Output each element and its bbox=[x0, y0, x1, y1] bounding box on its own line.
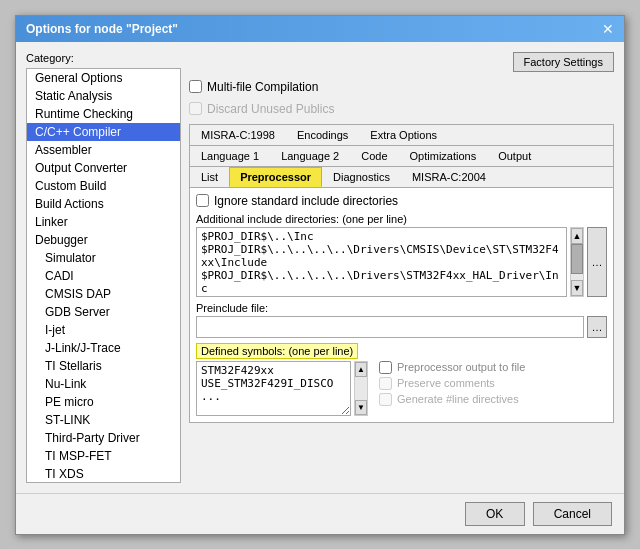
category-item-runtime-checking[interactable]: Runtime Checking bbox=[27, 105, 180, 123]
def-scroll-down-icon[interactable]: ▼ bbox=[355, 400, 367, 415]
ignore-row: Ignore standard include directories bbox=[196, 194, 607, 208]
defined-symbols-label: Defined symbols: (one per line) bbox=[196, 343, 358, 359]
tab-extra-options[interactable]: Extra Options bbox=[359, 125, 448, 145]
tab-list[interactable]: List bbox=[190, 167, 229, 187]
close-button[interactable]: ✕ bbox=[602, 22, 614, 36]
dialog-body: Category: General OptionsStatic Analysis… bbox=[16, 42, 624, 493]
tab-row-1: MISRA-C:1998EncodingsExtra Options bbox=[190, 125, 613, 146]
discard-unused-checkbox[interactable] bbox=[189, 102, 202, 115]
ok-button[interactable]: OK bbox=[465, 502, 525, 526]
tab-encodings[interactable]: Encodings bbox=[286, 125, 359, 145]
left-panel: Category: General OptionsStatic Analysis… bbox=[26, 52, 181, 483]
generate-directives-checkbox[interactable] bbox=[379, 393, 392, 406]
category-item-cadi[interactable]: CADI bbox=[27, 267, 180, 285]
cancel-button[interactable]: Cancel bbox=[533, 502, 612, 526]
category-item-j-link/j-trace[interactable]: J-Link/J-Trace bbox=[27, 339, 180, 357]
defined-symbols-section: Defined symbols: (one per line) ▲ ▼ bbox=[196, 343, 607, 416]
category-list[interactable]: General OptionsStatic AnalysisRuntime Ch… bbox=[26, 68, 181, 483]
def-scroll-track bbox=[355, 377, 367, 400]
category-item-pe-micro[interactable]: PE micro bbox=[27, 393, 180, 411]
include-dirs-section: Additional include directories: (one per… bbox=[196, 213, 607, 297]
category-item-third-party-driver[interactable]: Third-Party Driver bbox=[27, 429, 180, 447]
category-item-nu-link[interactable]: Nu-Link bbox=[27, 375, 180, 393]
category-item-cmsis-dap[interactable]: CMSIS DAP bbox=[27, 285, 180, 303]
tab-section: MISRA-C:1998EncodingsExtra Options Langu… bbox=[189, 124, 614, 423]
tab-row-2: Language 1Language 2CodeOptimizationsOut… bbox=[190, 146, 613, 167]
preinclude-section: Preinclude file: … bbox=[196, 302, 607, 338]
preproc-options: Preprocessor output to file Preserve com… bbox=[379, 361, 607, 416]
category-item-debugger[interactable]: Debugger bbox=[27, 231, 180, 249]
preinclude-label: Preinclude file: bbox=[196, 302, 607, 314]
tab-misra-c-2004[interactable]: MISRA-C:2004 bbox=[401, 167, 497, 187]
generate-directives-label: Generate #line directives bbox=[397, 393, 519, 405]
tab-row-3: ListPreprocessorDiagnosticsMISRA-C:2004 bbox=[190, 167, 613, 188]
scroll-thumb[interactable] bbox=[571, 244, 583, 274]
factory-settings-button[interactable]: Factory Settings bbox=[513, 52, 614, 72]
dialog-title: Options for node "Project" bbox=[26, 22, 178, 36]
ignore-std-dirs-label: Ignore standard include directories bbox=[214, 194, 398, 208]
tab-code[interactable]: Code bbox=[350, 146, 398, 166]
category-item-custom-build[interactable]: Custom Build bbox=[27, 177, 180, 195]
category-item-ti-stellaris[interactable]: TI Stellaris bbox=[27, 357, 180, 375]
category-item-st-link[interactable]: ST-LINK bbox=[27, 411, 180, 429]
preproc-output-row: Preprocessor output to file bbox=[379, 361, 607, 374]
category-item-build-actions[interactable]: Build Actions bbox=[27, 195, 180, 213]
dialog-footer: OK Cancel bbox=[16, 493, 624, 534]
preproc-output-label: Preprocessor output to file bbox=[397, 361, 525, 373]
preinclude-row: … bbox=[196, 316, 607, 338]
preserve-comments-row: Preserve comments bbox=[379, 377, 607, 390]
title-bar: Options for node "Project" ✕ bbox=[16, 16, 624, 42]
tab-diagnostics[interactable]: Diagnostics bbox=[322, 167, 401, 187]
tab-language-2[interactable]: Language 2 bbox=[270, 146, 350, 166]
multi-file-checkbox[interactable] bbox=[189, 80, 202, 93]
tab-language-1[interactable]: Language 1 bbox=[190, 146, 270, 166]
category-item-ti-xds[interactable]: TI XDS bbox=[27, 465, 180, 483]
preproc-output-checkbox[interactable] bbox=[379, 361, 392, 374]
preinclude-browse-button[interactable]: … bbox=[587, 316, 607, 338]
category-item-simulator[interactable]: Simulator bbox=[27, 249, 180, 267]
category-item-assembler[interactable]: Assembler bbox=[27, 141, 180, 159]
discard-unused-row: Discard Unused Publics bbox=[189, 102, 614, 116]
category-item-c/c++-compiler[interactable]: C/C++ Compiler bbox=[27, 123, 180, 141]
scroll-down-icon[interactable]: ▼ bbox=[571, 280, 583, 296]
include-dirs-row: ▲ ▼ … bbox=[196, 227, 607, 297]
right-panel: Factory Settings Multi-file Compilation … bbox=[189, 52, 614, 483]
category-item-general-options[interactable]: General Options bbox=[27, 69, 180, 87]
category-item-gdb-server[interactable]: GDB Server bbox=[27, 303, 180, 321]
include-dirs-label: Additional include directories: (one per… bbox=[196, 213, 607, 225]
defined-symbols-textarea[interactable] bbox=[196, 361, 351, 416]
multi-file-label: Multi-file Compilation bbox=[207, 80, 318, 94]
def-scroll-up-icon[interactable]: ▲ bbox=[355, 362, 367, 377]
multi-file-row: Multi-file Compilation bbox=[189, 80, 614, 94]
category-label: Category: bbox=[26, 52, 181, 64]
include-browse-button[interactable]: … bbox=[587, 227, 607, 297]
preserve-comments-label: Preserve comments bbox=[397, 377, 495, 389]
tab-preprocessor[interactable]: Preprocessor bbox=[229, 167, 322, 187]
preserve-comments-checkbox[interactable] bbox=[379, 377, 392, 390]
scroll-track bbox=[571, 244, 583, 280]
options-dialog: Options for node "Project" ✕ Category: G… bbox=[15, 15, 625, 535]
factory-btn-row: Factory Settings bbox=[189, 52, 614, 72]
category-item-linker[interactable]: Linker bbox=[27, 213, 180, 231]
preinclude-input[interactable] bbox=[196, 316, 584, 338]
generate-directives-row: Generate #line directives bbox=[379, 393, 607, 406]
category-item-static-analysis[interactable]: Static Analysis bbox=[27, 87, 180, 105]
defined-area-row: ▲ ▼ Preprocessor output to file bbox=[196, 361, 607, 416]
ignore-std-dirs-checkbox[interactable] bbox=[196, 194, 209, 207]
category-item-output-converter[interactable]: Output Converter bbox=[27, 159, 180, 177]
discard-unused-label: Discard Unused Publics bbox=[207, 102, 334, 116]
content-area: Ignore standard include directories Addi… bbox=[190, 188, 613, 422]
category-item-i-jet[interactable]: I-jet bbox=[27, 321, 180, 339]
category-item-ti-msp-fet[interactable]: TI MSP-FET bbox=[27, 447, 180, 465]
tab-output[interactable]: Output bbox=[487, 146, 542, 166]
tab-misra-c-1998[interactable]: MISRA-C:1998 bbox=[190, 125, 286, 145]
tab-optimizations[interactable]: Optimizations bbox=[399, 146, 488, 166]
include-dirs-textarea[interactable] bbox=[196, 227, 567, 297]
scroll-up-icon[interactable]: ▲ bbox=[571, 228, 583, 244]
